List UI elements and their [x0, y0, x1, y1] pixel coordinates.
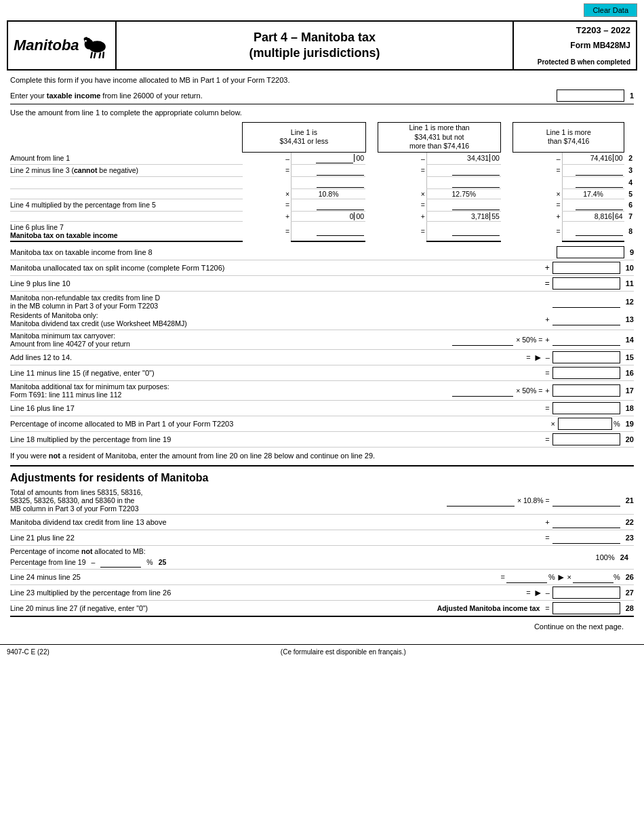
r8-col3-input[interactable]	[576, 226, 623, 236]
line14-num: 14	[623, 336, 634, 344]
line17-num: 17	[623, 386, 634, 395]
line10-num: 10	[623, 264, 634, 272]
line28-num: 28	[623, 604, 634, 612]
r4-col1-input[interactable]	[317, 178, 364, 188]
logo-area: Manitoba	[8, 22, 117, 69]
line19-num: 19	[623, 420, 634, 428]
line17-form-input[interactable]	[452, 384, 513, 397]
r4-col2-input[interactable]	[452, 178, 500, 188]
line18-input[interactable]	[552, 402, 620, 414]
r6-col3-input[interactable]	[576, 200, 623, 210]
bison-icon	[79, 32, 110, 59]
line13-input[interactable]	[552, 313, 620, 325]
line-10-row: Manitoba unallocated tax on split income…	[10, 260, 634, 276]
form-number: T2203 – 2022	[519, 25, 630, 35]
line17-label: Manitoba additional tax for minimum tax …	[10, 382, 452, 399]
line-17-row: Manitoba additional tax for minimum tax …	[10, 381, 634, 401]
line24-label: Percentage of income not allocated to MB…	[10, 547, 596, 568]
footer-left: 9407-C E (22)	[7, 648, 49, 656]
line14-label: Manitoba minimum tax carryover:Amount fr…	[10, 332, 452, 348]
line21-label: Total of amounts from lines 58315, 58316…	[10, 488, 447, 513]
r8-col2-input[interactable]	[452, 226, 500, 236]
line-14-row: Manitoba minimum tax carryover:Amount fr…	[10, 330, 634, 350]
line28-label: Line 20 minus line 27 (if negative, ente…	[10, 604, 437, 612]
line23-num: 23	[623, 534, 634, 542]
form-title: Part 4 – Manitoba tax (multiple jurisdic…	[117, 22, 514, 69]
line19-input[interactable]	[558, 418, 612, 430]
line22-input[interactable]	[552, 516, 620, 528]
taxable-income-label: Enter your taxable income from line 2600…	[10, 92, 557, 100]
line21-result-input[interactable]	[552, 494, 620, 507]
line25-pct-input[interactable]	[100, 557, 141, 568]
r6-col1-input[interactable]	[317, 200, 364, 210]
line15-label: Add lines 12 to 14.	[10, 353, 526, 361]
svg-line-4	[94, 52, 95, 58]
line27-num: 27	[623, 589, 634, 597]
table-row-5: × 10.8% × 12.75% × 17.4% 5	[10, 188, 634, 199]
line17-input[interactable]	[552, 384, 620, 397]
line-19-row: Percentage of income allocated to MB in …	[10, 416, 634, 432]
line15-input[interactable]	[552, 351, 620, 363]
line14-carryover-input[interactable]	[452, 334, 513, 346]
line21-base-input[interactable]	[447, 494, 515, 507]
line26-pct-input[interactable]	[573, 571, 613, 583]
svg-line-3	[91, 52, 92, 58]
form-id-area: T2203 – 2022 Form MB428MJ Protected B wh…	[514, 22, 636, 69]
table-row-7: + 0 00 + 3,718 55 +	[10, 211, 634, 221]
line16-input[interactable]	[552, 367, 620, 379]
logo-text: Manitoba	[14, 37, 79, 54]
line12-input[interactable]	[552, 296, 620, 308]
line9-input[interactable]	[557, 246, 624, 258]
r2-col1-input[interactable]	[316, 153, 353, 163]
col2-header: Line 1 is more than $34,431 but not more…	[378, 123, 501, 153]
footer-center: (Ce formulaire est disponible en françai…	[281, 648, 406, 656]
form-id: Form MB428MJ	[519, 41, 630, 50]
form-footer: 9407-C E (22) (Ce formulaire est disponi…	[0, 644, 644, 656]
clear-data-button[interactable]: Clear Data	[584, 3, 637, 17]
r3-col3-input[interactable]	[576, 165, 623, 176]
line-26-row: Line 24 minus line 25 = % ► × % 26	[10, 570, 634, 585]
line-16-row: Line 11 minus line 15 (if negative, ente…	[10, 365, 634, 381]
r3-col1-input[interactable]	[317, 165, 364, 176]
r8-col1-input[interactable]	[317, 226, 364, 236]
table-row-2: Amount from line 1 – 00 – 34,431 00	[10, 152, 634, 164]
table-row-3: Line 2 minus line 3 (cannot be negative)…	[10, 164, 634, 176]
line12-label: Manitoba non-refundable tax credits from…	[10, 294, 552, 310]
line20-input[interactable]	[552, 433, 620, 445]
line12-num: 12	[623, 298, 634, 306]
col3-header: Line 1 is more than $74,416	[513, 123, 624, 153]
line19-label: Percentage of income allocated to MB in …	[10, 420, 551, 428]
adjustments-title: Adjustments for residents of Manitoba	[10, 472, 634, 484]
line26-result-input[interactable]	[506, 571, 547, 583]
line-9-row: Manitoba tax on taxable income from line…	[10, 245, 634, 260]
line1-input[interactable]	[557, 90, 624, 102]
r3-col2-input[interactable]	[452, 165, 500, 176]
line22-num: 22	[623, 518, 634, 526]
title-line1: Part 4 – Manitoba tax	[254, 31, 376, 44]
line-20-row: Line 18 multiplied by the percentage fro…	[10, 432, 634, 448]
line1-number: 1	[627, 92, 634, 100]
line-12-row: Manitoba non-refundable tax credits from…	[10, 293, 634, 311]
line26-num: 26	[623, 573, 634, 581]
line-21-row: Total of amounts from lines 58315, 58316…	[10, 487, 634, 515]
form-header: Manitoba Part 4 – Manitoba tax (multiple…	[7, 20, 637, 71]
intro-line3: Use the amount from line 1 to complete t…	[10, 108, 634, 117]
line11-input[interactable]	[552, 277, 620, 290]
r6-col2-input[interactable]	[452, 200, 500, 210]
r4-col3-input[interactable]	[576, 178, 623, 188]
row2-label: Amount from line 1	[10, 152, 243, 164]
protected-label: Protected B when completed	[519, 58, 630, 66]
table-row-4: 4	[10, 176, 634, 188]
line14-input[interactable]	[552, 334, 620, 346]
not-resident-text: If you were not a resident of Manitoba, …	[10, 452, 634, 460]
line-12-13-area: Manitoba non-refundable tax credits from…	[10, 292, 634, 330]
line27-label: Line 23 multiplied by the percentage fro…	[10, 589, 526, 597]
svg-point-7	[85, 40, 87, 42]
line28-input[interactable]	[552, 602, 620, 614]
line23-input[interactable]	[552, 532, 620, 544]
line27-input[interactable]	[552, 587, 620, 599]
svg-line-5	[99, 52, 100, 58]
line-15-row: Add lines 12 to 14. = ► – 15	[10, 350, 634, 365]
line-27-row: Line 23 multiplied by the percentage fro…	[10, 585, 634, 601]
line10-input[interactable]	[552, 262, 620, 274]
